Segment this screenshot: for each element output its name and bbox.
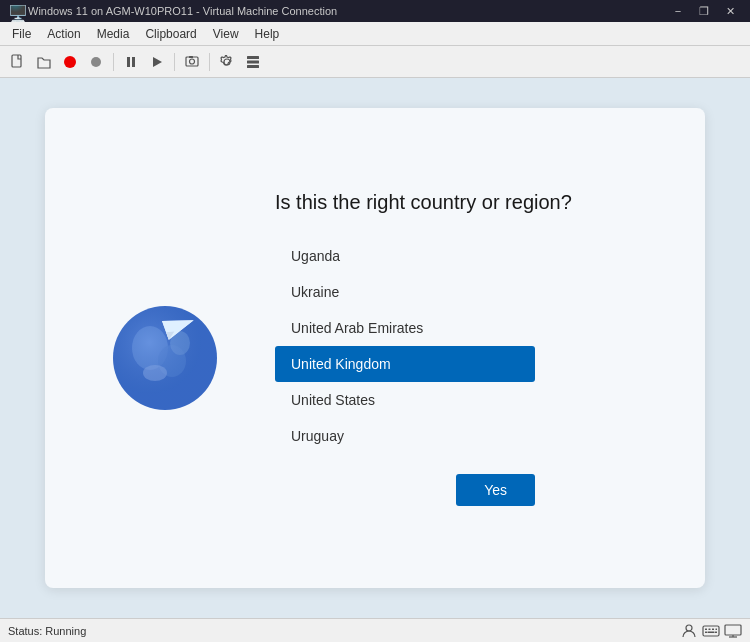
svg-rect-9 xyxy=(247,56,259,59)
toolbar-sep-2 xyxy=(174,53,175,71)
svg-rect-4 xyxy=(132,57,135,67)
svg-rect-26 xyxy=(716,628,718,630)
title-bar-controls: − ❐ ✕ xyxy=(666,2,742,20)
toolbar-new[interactable] xyxy=(6,50,30,74)
keyboard-icon xyxy=(702,622,720,640)
globe-illustration xyxy=(100,283,230,413)
restore-button[interactable]: ❐ xyxy=(692,2,716,20)
svg-rect-29 xyxy=(715,631,717,633)
toolbar-pause[interactable] xyxy=(119,50,143,74)
app-icon: 🖥️ xyxy=(8,4,22,18)
menu-help[interactable]: Help xyxy=(247,25,288,43)
menu-bar: File Action Media Clipboard View Help xyxy=(0,22,750,46)
svg-point-2 xyxy=(91,57,101,67)
setup-question: Is this the right country or region? xyxy=(275,191,655,214)
title-bar-left: 🖥️ Windows 11 on AGM-W10PRO11 - Virtual … xyxy=(8,4,337,18)
vm-content: Is this the right country or region? Uga… xyxy=(0,78,750,618)
svg-point-21 xyxy=(686,625,692,631)
country-area: Is this the right country or region? Uga… xyxy=(275,191,655,506)
svg-rect-25 xyxy=(712,628,714,630)
svg-point-1 xyxy=(64,56,76,68)
svg-rect-10 xyxy=(247,60,259,63)
toolbar-stop[interactable] xyxy=(58,50,82,74)
minimize-button[interactable]: − xyxy=(666,2,690,20)
toolbar xyxy=(0,46,750,78)
toolbar-play[interactable] xyxy=(145,50,169,74)
toolbar-settings[interactable] xyxy=(215,50,239,74)
yes-button[interactable]: Yes xyxy=(456,474,535,506)
toolbar-sep-3 xyxy=(209,53,210,71)
svg-marker-5 xyxy=(153,57,162,67)
svg-rect-27 xyxy=(705,631,707,633)
svg-rect-30 xyxy=(725,625,741,635)
menu-view[interactable]: View xyxy=(205,25,247,43)
country-ukraine[interactable]: Ukraine xyxy=(275,274,535,310)
menu-media[interactable]: Media xyxy=(89,25,138,43)
country-uk[interactable]: United Kingdom xyxy=(275,346,535,382)
svg-rect-22 xyxy=(703,626,719,636)
svg-rect-11 xyxy=(247,65,259,68)
status-icons xyxy=(680,622,742,640)
globe-container xyxy=(95,283,235,413)
toolbar-open[interactable] xyxy=(32,50,56,74)
country-us[interactable]: United States xyxy=(275,382,535,418)
svg-rect-0 xyxy=(12,55,21,67)
svg-rect-6 xyxy=(186,57,198,66)
toolbar-screenshot[interactable] xyxy=(180,50,204,74)
svg-rect-24 xyxy=(709,628,711,630)
status-bar: Status: Running xyxy=(0,618,750,642)
status-text: Status: Running xyxy=(8,625,86,637)
svg-rect-28 xyxy=(708,631,715,633)
country-uruguay[interactable]: Uruguay xyxy=(275,418,535,454)
yes-btn-row: Yes xyxy=(275,474,535,506)
network-icon xyxy=(724,622,742,640)
title-bar-text: Windows 11 on AGM-W10PRO11 - Virtual Mac… xyxy=(28,5,337,17)
country-list: Uganda Ukraine United Arab Emirates Unit… xyxy=(275,238,535,454)
setup-panel: Is this the right country or region? Uga… xyxy=(45,108,705,588)
svg-point-7 xyxy=(190,59,195,64)
toolbar-extra[interactable] xyxy=(241,50,265,74)
country-uganda[interactable]: Uganda xyxy=(275,238,535,274)
svg-rect-8 xyxy=(189,56,193,58)
toolbar-record[interactable] xyxy=(84,50,108,74)
menu-file[interactable]: File xyxy=(4,25,39,43)
toolbar-sep-1 xyxy=(113,53,114,71)
person-icon xyxy=(680,622,698,640)
svg-rect-23 xyxy=(705,628,707,630)
close-button[interactable]: ✕ xyxy=(718,2,742,20)
country-uae[interactable]: United Arab Emirates xyxy=(275,310,535,346)
title-bar: 🖥️ Windows 11 on AGM-W10PRO11 - Virtual … xyxy=(0,0,750,22)
svg-rect-3 xyxy=(127,57,130,67)
menu-action[interactable]: Action xyxy=(39,25,88,43)
vm-area: Is this the right country or region? Uga… xyxy=(0,78,750,618)
menu-clipboard[interactable]: Clipboard xyxy=(137,25,204,43)
